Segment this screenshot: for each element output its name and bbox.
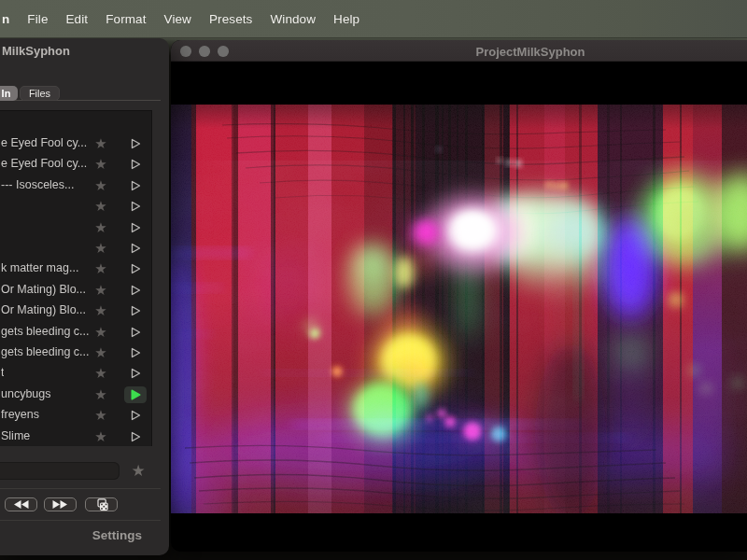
star-icon[interactable]: ★ bbox=[92, 302, 109, 319]
play-button-active[interactable] bbox=[124, 386, 147, 403]
star-icon[interactable]: ★ bbox=[92, 282, 109, 299]
play-button[interactable] bbox=[124, 282, 147, 299]
preset-name: gets bleeding c... bbox=[1, 325, 90, 338]
settings-button[interactable]: Settings bbox=[0, 528, 142, 542]
previous-preset-button[interactable] bbox=[5, 497, 37, 511]
play-icon bbox=[131, 431, 141, 442]
tab-files[interactable]: Files bbox=[20, 86, 60, 101]
play-button[interactable] bbox=[124, 219, 147, 236]
play-icon bbox=[131, 347, 141, 358]
search-field-wrap bbox=[0, 462, 120, 480]
play-button[interactable] bbox=[124, 198, 147, 215]
star-icon[interactable]: ★ bbox=[92, 344, 109, 361]
preset-row[interactable]: ★ bbox=[0, 238, 152, 259]
play-icon bbox=[131, 368, 141, 379]
preset-row[interactable]: gets bleeding c...★ bbox=[0, 322, 152, 343]
play-icon bbox=[131, 159, 141, 170]
preset-row[interactable]: e Eyed Fool cy...★ bbox=[0, 133, 152, 154]
play-icon bbox=[131, 243, 141, 254]
star-icon[interactable]: ★ bbox=[92, 240, 109, 257]
star-icon[interactable]: ★ bbox=[92, 428, 109, 445]
play-button[interactable] bbox=[124, 365, 147, 382]
menu-view[interactable]: View bbox=[164, 12, 191, 26]
play-button[interactable] bbox=[124, 260, 147, 277]
star-icon[interactable]: ★ bbox=[92, 386, 109, 403]
menu-help[interactable]: Help bbox=[333, 12, 359, 26]
preset-name: e Eyed Fool cy... bbox=[1, 136, 87, 149]
visualizer-titlebar[interactable]: ProjectMilkSyphon bbox=[171, 40, 747, 62]
visualizer-window: ProjectMilkSyphon bbox=[171, 40, 747, 552]
star-icon[interactable]: ★ bbox=[92, 177, 109, 194]
menu-bar: n File Edit Format View Presets Window H… bbox=[0, 0, 747, 38]
preset-browser-titlebar[interactable]: MilkSyphon bbox=[0, 38, 169, 63]
preset-name: k matter mag... bbox=[1, 261, 78, 274]
play-icon bbox=[131, 263, 141, 274]
play-button[interactable] bbox=[124, 156, 147, 173]
preset-list: e Eyed Fool cy...★e Eyed Fool cy...★--- … bbox=[0, 110, 152, 446]
tab-built-in[interactable]: In bbox=[0, 86, 18, 101]
menu-format[interactable]: Format bbox=[106, 12, 146, 26]
play-icon bbox=[131, 410, 141, 421]
star-icon[interactable]: ★ bbox=[92, 135, 109, 152]
preset-name: Slime bbox=[1, 429, 30, 442]
favorites-filter-star-icon[interactable]: ★ bbox=[130, 463, 147, 480]
preset-row[interactable]: e Eyed Fool cy...★ bbox=[0, 154, 152, 175]
star-icon[interactable]: ★ bbox=[92, 407, 109, 424]
minimize-button[interactable] bbox=[199, 46, 210, 57]
star-icon[interactable]: ★ bbox=[92, 156, 109, 173]
random-preset-button[interactable] bbox=[85, 497, 118, 511]
play-icon bbox=[131, 327, 141, 338]
play-button[interactable] bbox=[124, 344, 147, 361]
divider-bottom bbox=[0, 520, 161, 521]
play-icon bbox=[131, 138, 141, 149]
menu-edit[interactable]: Edit bbox=[66, 12, 89, 26]
menu-window[interactable]: Window bbox=[270, 12, 316, 26]
dice-icon bbox=[95, 498, 108, 511]
next-preset-button[interactable] bbox=[44, 497, 77, 511]
visualization-canvas[interactable] bbox=[171, 105, 747, 513]
zoom-button[interactable] bbox=[218, 46, 229, 57]
preset-name: freyens bbox=[1, 408, 39, 421]
preset-row[interactable]: Slime★ bbox=[0, 427, 152, 446]
search-input[interactable] bbox=[0, 465, 119, 481]
milkdrop-visualization bbox=[171, 105, 747, 513]
play-button[interactable] bbox=[124, 324, 147, 341]
preset-name: uncybugs bbox=[1, 387, 51, 400]
play-icon bbox=[131, 389, 141, 400]
star-icon[interactable]: ★ bbox=[92, 324, 109, 341]
star-icon[interactable]: ★ bbox=[92, 219, 109, 236]
preset-row[interactable]: Or Mating) Blo...★ bbox=[0, 301, 152, 321]
menu-presets[interactable]: Presets bbox=[209, 12, 252, 26]
rewind-icon bbox=[13, 500, 29, 509]
play-button[interactable] bbox=[124, 302, 147, 319]
preset-name: t bbox=[1, 366, 4, 379]
preset-row[interactable]: Or Mating) Blo...★ bbox=[0, 280, 152, 301]
play-icon bbox=[131, 285, 141, 296]
film-grain bbox=[171, 105, 747, 513]
play-icon bbox=[131, 201, 141, 212]
star-icon[interactable]: ★ bbox=[92, 198, 109, 215]
menu-app-fragment[interactable]: n bbox=[2, 12, 9, 26]
star-icon[interactable]: ★ bbox=[92, 365, 109, 382]
play-icon bbox=[131, 222, 141, 233]
preset-name: gets bleeding c... bbox=[1, 345, 90, 358]
preset-row[interactable]: ★ bbox=[0, 217, 152, 238]
play-button[interactable] bbox=[124, 135, 147, 152]
menu-file[interactable]: File bbox=[27, 12, 48, 26]
preset-row[interactable]: uncybugs★ bbox=[0, 385, 152, 405]
play-button[interactable] bbox=[124, 407, 147, 424]
play-button[interactable] bbox=[124, 240, 147, 257]
star-icon[interactable]: ★ bbox=[92, 260, 109, 277]
play-icon bbox=[131, 180, 141, 191]
play-button[interactable] bbox=[124, 177, 147, 194]
preset-row[interactable]: gets bleeding c...★ bbox=[0, 343, 152, 363]
preset-row[interactable]: ★ bbox=[0, 196, 152, 217]
preset-name: Or Mating) Blo... bbox=[1, 283, 86, 296]
preset-browser-window-title: MilkSyphon bbox=[2, 44, 70, 58]
preset-row[interactable]: --- Isosceles...★ bbox=[0, 175, 152, 196]
preset-row[interactable]: t★ bbox=[0, 363, 152, 384]
play-button[interactable] bbox=[124, 428, 147, 445]
preset-row[interactable]: freyens★ bbox=[0, 405, 152, 426]
close-button[interactable] bbox=[180, 46, 191, 57]
preset-row[interactable]: k matter mag...★ bbox=[0, 259, 152, 279]
